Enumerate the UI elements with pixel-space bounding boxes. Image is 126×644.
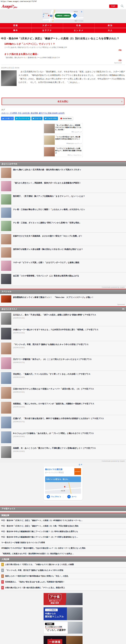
related-item[interactable]: 3年連続Bクラスの中日が「落合GM解任」であの大物を招へい？（1）白井オーナーと…: [0, 546, 126, 551]
ippai-sakaba-banner[interactable]: 一杯酒場: [44, 636, 82, 644]
ad-info-icon[interactable]: ⓘ: [43, 14, 44, 16]
search-icon[interactable]: [121, 4, 124, 8]
ad-label: 広告: [4, 59, 122, 62]
pr-thumbnail: [44, 147, 55, 156]
article-body: まだ正式発表されていない「落合氏解任」だが、それを匂わせる「状況」はあちこちで散…: [1, 70, 125, 86]
list-item[interactable]: 江頭2:50が大ウケした理由とは？/芸能ユーチューバー「成否の境い目」（3） |…: [0, 386, 126, 400]
nav-seiji[interactable]: 政治: [95, 23, 126, 28]
tag-link[interactable]: スポーツ: [1, 112, 10, 114]
list-item[interactable]: 妊娠中だけど大丈夫？高橋真麻、まさかの激ヤバ変化で「Gカップに危機」が！: [0, 232, 126, 246]
thumbnail: [1, 247, 11, 258]
logo-plus-icon: +: [13, 4, 14, 7]
ad-info-icon[interactable]: ⓘ: [79, 464, 80, 466]
list-item[interactable]: 深田恭子が妖艶ドレス姿を披露！胸の渓谷より目を引いた“肉感的な部位”とは？: [0, 246, 126, 259]
ranked-item[interactable]: 2「サンジャポ」卒業、西川史子“激痩せ”も指摘されたキャラ作りの苦悩: [0, 568, 126, 573]
list-item[interactable]: 28歳のセーラー服はキツすぎ？それとも…？山本美月の中学生役に漂う「昭和感」 |…: [0, 326, 126, 341]
rank-badge: 5: [1, 586, 4, 590]
rank-badge: 1: [1, 563, 4, 566]
site-logo[interactable]: Asagei+plus: [2, 4, 17, 8]
popin-attribution: Contentmatic powered by ✕popIn: [0, 460, 126, 463]
ranked-item[interactable]: 1人前で夜の営みを！？沢尻エリカ、「18歳からクスリ漬け&ハメまくり生活」の衝撃: [0, 562, 126, 568]
tag-link[interactable]: プロ野球: [10, 112, 18, 114]
social-news-icon: [60, 118, 62, 119]
sponsored-links: 18年物のシミが「ニベア+〇〇」でゴッソリ！？ ニベアにあるモノ混ぜるだけでシミ…: [1, 40, 125, 65]
list-item[interactable]: マギーが「ピラティス写真」公開！「まるでアンダーウエア」な服装に騒然: [0, 259, 126, 272]
ranked-item[interactable]: 3落胆したの！？桜井日奈子の“橋本環奈絡み”告白に世間から「失礼！」の洗礼: [0, 573, 126, 579]
route-shield: 34: [50, 15, 52, 17]
kami-banner[interactable]: こっそり始める40歳からの髪対策マニュアル: [44, 607, 82, 620]
social-news-button[interactable]: Social News: [59, 117, 73, 120]
list-item[interactable]: テレ朝・三谷紬が胸を揺らし汗だく奮闘！「ぶるるんトレ動画」が大注目モノだッ: [0, 206, 126, 219]
nav-sports[interactable]: スポーツ: [32, 23, 63, 28]
banner-photo: [68, 622, 82, 634]
list-item[interactable]: 高橋愛、夫・あべこうじの「愛されて辛い」不満吐露にファン悲鳴&歯ぎしり！ | ア…: [0, 445, 126, 460]
asajan-banner[interactable]: アサ雀意外と知らない!?麻雀の世界: [44, 593, 82, 605]
related-item[interactable]: 中日・落合GM 今年も大幅減俸政策で遂にブーイングの嵐？（2）アマ球界も敬遠気味…: [0, 534, 126, 540]
nav-entame[interactable]: エンタメ: [63, 28, 95, 33]
map-ad-autobacs[interactable]: ⓘX 春のタイヤ大還元祭 オートバックス 草加店 AUTOBACS Tポイントが…: [44, 464, 83, 502]
nav-jiken[interactable]: 事件: [0, 28, 32, 33]
thumbnail: [1, 342, 11, 354]
site-header: Asagei+plus TOP: [0, 3, 126, 9]
facebook-like-button[interactable]: いいね！0: [1, 117, 14, 120]
route-button[interactable]: ➔ルート: [63, 495, 81, 498]
sponsored-link-title[interactable]: 18年物のシミが「ニベア+〇〇」でゴッソリ！？: [4, 42, 122, 46]
popin-attribution: Contentmatic powered by ✕popIn: [0, 286, 126, 289]
thumbnail: [1, 328, 11, 340]
list-item[interactable]: R-1ぐらんぷりで大惨敗も「あの女芸人」が「ブレイク間近」と囁かれるワケ | ア…: [0, 430, 126, 445]
read-more-button[interactable]: 全文を読む ›: [1, 98, 125, 105]
list-item[interactable]: 「サンジャポ」卒業、西川史子“激痩せ”も指摘されたキャラ作りの苦悩 | アサ芸プ…: [0, 341, 126, 356]
pr-card[interactable]: 「太ってる人9割がしない」2秒習慣でガリガリに?医師の夫が教えてくれた...法が…: [43, 123, 83, 134]
ad-close-icon[interactable]: X: [81, 464, 82, 466]
banner-column: アサ雀意外と知らない!?麻雀の世界 こっそり始める40歳からの髪対策マニュアル …: [0, 591, 126, 644]
section-header: あなたにオススメPR: [0, 306, 126, 312]
website-button[interactable]: ⊕ウェブサイト: [45, 495, 63, 498]
route-icon: ➔: [67, 495, 71, 498]
nav-geino[interactable]: 芸能: [0, 23, 32, 28]
follow-button[interactable]: フォローする: [44, 117, 58, 120]
top-button[interactable]: TOP: [109, 4, 118, 8]
list-item[interactable]: 相葉雅紀、「嵐にしやがれ」ロケ地でファンが「迷惑行為」大騒動の一部始終 | アサ…: [0, 400, 126, 415]
tag-link[interactable]: 白井文吾: [22, 112, 31, 114]
directions-icon[interactable]: ➔: [72, 13, 77, 18]
list-item[interactable]: 熊田曜子、〈男子禁制〉胸ドアップ公開動画の「まるでマッパ！」なシーンとは？: [0, 193, 126, 206]
pr-card[interactable]: 「トイレが必ず詰まります」飲む腸内洗浄で10年分の宿便がドバパッ！PR/株式会社…: [43, 135, 83, 146]
list-item[interactable]: 金正恩「コロナ暗殺情報」で大パニック（上）罹患者は致死率が跳ね上がる: [0, 272, 126, 286]
list-item[interactable]: 天才テリー伊藤対談「奈月セナ」（2）ここまで美人だとやっかいだよなァ | アサ芸…: [0, 356, 126, 371]
ad-close-icon[interactable]: X: [43, 16, 44, 18]
ranked-item[interactable]: 5水着の奥が見えそう！菜々緒の肌見せ動画に「チラっと見え」疑惑が浮上: [0, 585, 126, 591]
list-item[interactable]: 広瀬すず、「男の前で服を脱ぎ捨て」事件で“佐藤健との学生時代の肌着姿”にも注目が…: [0, 415, 126, 430]
nav-otona[interactable]: 大人: [95, 28, 126, 33]
kenkogaku-banner[interactable]: 秋津壽男オトコの悩みをズバリ回答「どっち?」の健康学: [44, 622, 82, 634]
tweet-button[interactable]: ツイート: [31, 117, 43, 120]
related-section: 関連記事 中日・落合GM「1月末クビ」決定と「鎌倉デート」の真相（1）4年連続B…: [0, 512, 126, 556]
related-item[interactable]: 中日・落合GM 今年も大幅減俸政策で遂にブーイングの嵐？（1）昨年の粛清を恐れる…: [0, 529, 126, 534]
banner-photo: [66, 636, 82, 644]
ranked-item[interactable]: 4安倍昭恵夫人、「私的な“桜を見る会”を楽しんだ」写真報道で批判殺到！: [0, 579, 126, 585]
list-item[interactable]: 宮迫博之、「鬼滅の刃」ファンを公言も「すり寄ってくるな」の大合唱！ | アサ芸プ…: [0, 371, 126, 386]
pr-card[interactable]: 「ニベアと〇〇を混ぜればシミは簡単だよ？」美容専門家の暴露でSNS炎上PR/フォ…: [43, 146, 83, 157]
tag-link[interactable]: 中日: [18, 112, 22, 114]
thumbnail: [1, 295, 11, 302]
sponsored-link-title[interactable]: オトナ肌の生まれ変わりに着目♪: [4, 52, 122, 56]
section-header: スペシャル: [0, 289, 126, 294]
logo-text: Asagei: [2, 4, 12, 8]
sponsored-link-desc: 「顔の黒垢」落ち方がヤバい！新発売の生バームがSNSで絶賛されるワケ: [4, 56, 122, 59]
related-item[interactable]: 「暗黒球団」に転落させた中日・落合博満GMの全悪行（1）独自理論のドラフト結果は…: [0, 551, 126, 556]
list-item[interactable]: 参加費無料のオンライン麻雀で賞金ゲット！ 『Maru-Jan スプリントステージ…: [0, 294, 126, 306]
related-item[interactable]: 中日・落合GM「1月末クビ」決定と「鎌倉デート」の真相（1）4年連続Bクラスに白…: [0, 518, 126, 523]
nav-shakai[interactable]: 社会: [63, 23, 95, 28]
ad-headline[interactable]: 春のタイヤ大還元祭: [45, 468, 64, 471]
hatena-bookmark-button[interactable]: B!ブックマーク0: [15, 117, 31, 120]
list-item[interactable]: 「後ろから突きたい！」岡副麻希、猫伸びポーズにまたも妄想爆発の声殺到！: [0, 180, 126, 193]
list-item[interactable]: 服から胸がこぼれる！石川秀美の娘・薬丸玲美の極大バスト写真がスゴすぎッ: [0, 166, 126, 180]
tag-link[interactable]: 週刊アサヒ芸能 2016年 12/15号: [39, 112, 64, 114]
nav-joshiana[interactable]: 女子アナ: [32, 28, 63, 33]
tag-link[interactable]: 落合博満: [31, 112, 39, 114]
ad-label: 広告: [4, 49, 122, 51]
list-item[interactable]: テレ朝・三谷紬、ダイエットに挑戦も“男性ファンから悲鳴”の「切実な理由」: [0, 219, 126, 232]
related-item[interactable]: 中日・落合GM「1月末クビ」決定と「鎌倉デート」の真相（3）大島・平田が残留を決…: [0, 523, 126, 529]
top-map-ad[interactable]: 立小山小 草加市 文 34 10時00分～20時00分 ➔ ⓘ X 地図データ …: [42, 10, 84, 22]
related-item[interactable]: マー君の大リーグ移籍で勃発するサバイバルプロ野球: [0, 540, 126, 546]
list-item[interactable]: 立川志らく、妻の「不貞を容認」「弟子への恋文」続報に沈黙する“家族の事情” | …: [0, 312, 126, 326]
